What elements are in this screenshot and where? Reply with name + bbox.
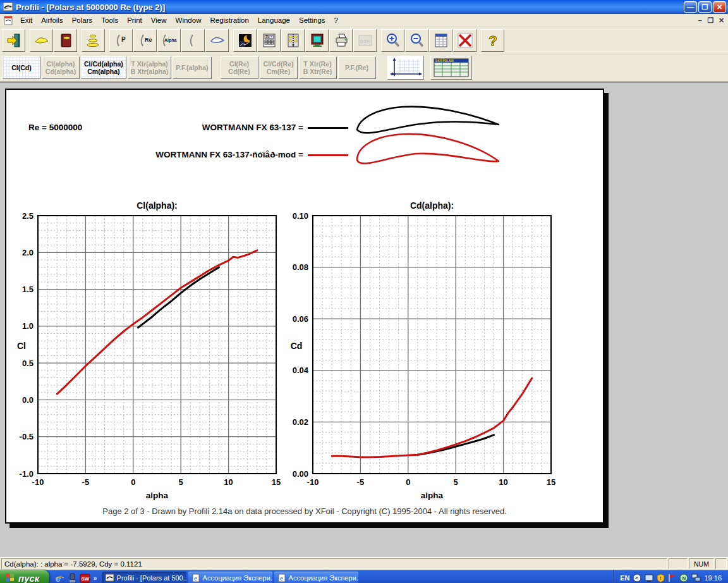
tab-t-xtr-alpha-b-xtr-alpha[interactable]: T Xtr(alpha)B Xtr(alpha): [128, 56, 172, 79]
tab-cl-cd[interactable]: Cl(Cd): [3, 56, 40, 79]
print-button[interactable]: [329, 29, 353, 52]
menu-item-language[interactable]: Language: [253, 15, 294, 25]
minimize-button[interactable]: —: [684, 1, 697, 13]
delete-polar-button[interactable]: [453, 29, 476, 52]
screen-preview-icon: [310, 33, 325, 48]
polar-alpha-button[interactable]: Alpha: [157, 29, 181, 52]
polar-night-button[interactable]: [233, 29, 257, 52]
network-icon[interactable]: [691, 574, 701, 582]
zip-archive-icon: [286, 33, 301, 48]
menu-item-view[interactable]: View: [147, 15, 171, 25]
polar-p-button[interactable]: P: [109, 29, 133, 52]
zip-archive-button[interactable]: [281, 29, 305, 52]
polar-data-table-icon: DATI POLARI: [433, 58, 470, 78]
menu-item-airfoils[interactable]: Airfoils: [37, 15, 68, 25]
svg-text:2.5: 2.5: [22, 211, 33, 221]
menu-item-registration[interactable]: Registration: [205, 15, 253, 25]
polar-curve-button[interactable]: [181, 29, 205, 52]
menu-item-help[interactable]: ?: [330, 15, 343, 25]
tab-label: Cl/Cd(alpha): [84, 60, 123, 68]
polar-table-icon: [434, 33, 449, 48]
task-button-3[interactable]: eАссоциация Экспери...: [274, 572, 358, 583]
restore-button[interactable]: ❐: [698, 1, 712, 13]
polar-night-icon: [238, 33, 253, 48]
svg-text:0.0: 0.0: [22, 395, 33, 405]
close-button[interactable]: ✕: [713, 1, 726, 13]
help-icon: ?: [485, 32, 501, 49]
tab-cl-alpha-cd-alpha[interactable]: Cl(alpha)Cd(alpha): [42, 56, 80, 79]
series-wortmann-fx-63-137: [138, 267, 219, 328]
tab-cl-cd-alpha-cm-alpha[interactable]: Cl/Cd(alpha)Cm(alpha): [81, 56, 126, 79]
tab-label: P.F.(alpha): [176, 64, 208, 71]
app-icon[interactable]: [68, 573, 77, 583]
task-button-1[interactable]: Profili - [Polars at 500...: [102, 572, 186, 583]
airfoil-compare-button[interactable]: [205, 29, 229, 52]
svg-text:-5: -5: [357, 477, 365, 487]
language-indicator[interactable]: EN: [620, 574, 629, 582]
airfoil-archive-button[interactable]: [54, 29, 77, 52]
mdi-restore-button[interactable]: ❐: [705, 16, 716, 25]
tab-label: Cl/Cd(Re): [264, 60, 294, 68]
tab-label: Cl(Re): [229, 60, 249, 68]
status-text: Cd(alpha): : alpha = -7.5929, Cdy = 0.11…: [1, 558, 667, 569]
menu-item-polars[interactable]: Polars: [68, 15, 97, 25]
svg-text:1.5: 1.5: [22, 285, 33, 294]
clock[interactable]: 19:16: [704, 574, 722, 582]
svg-text:-10: -10: [32, 477, 44, 487]
tab-t-xtr-re-b-xtr-re[interactable]: T Xtr(Re)B Xtr(Re): [299, 56, 337, 79]
flag-icon[interactable]: [668, 574, 676, 582]
mdi-child-icon[interactable]: [4, 16, 13, 25]
screen-preview-button[interactable]: [305, 29, 329, 52]
re-calculator-button[interactable]: Re =: [257, 29, 281, 52]
polar-re-button[interactable]: Re: [133, 29, 157, 52]
menu-item-print[interactable]: Print: [123, 15, 147, 25]
tab-label: Cd(Re): [228, 68, 250, 75]
airfoil-stack-button[interactable]: [82, 29, 105, 52]
ie-doc-icon: e: [191, 574, 200, 582]
axes-settings-button[interactable]: [387, 56, 424, 80]
svg-text:SW: SW: [82, 576, 90, 582]
airfoil-outline-red: [355, 132, 501, 167]
display-icon[interactable]: [645, 574, 653, 582]
polar-data-button[interactable]: DATI POLARI: [430, 56, 472, 80]
menu-item-exit[interactable]: Exit: [16, 15, 37, 25]
re-calculator-icon: Re =: [262, 33, 277, 48]
svg-text:5: 5: [454, 477, 458, 487]
svg-text:DXF: DXF: [360, 39, 370, 44]
tab-cl-cd-re-cm-re[interactable]: Cl/Cd(Re)Cm(Re): [260, 56, 298, 79]
dxf-export-button[interactable]: DXF: [353, 29, 377, 52]
language-icon[interactable]: <: [633, 574, 641, 582]
task-button-2[interactable]: eАссоциация Экспери...: [188, 572, 272, 583]
help-button[interactable]: ?: [481, 29, 504, 52]
chevron-icon[interactable]: »: [93, 574, 97, 582]
mdi-close-button[interactable]: ✕: [716, 16, 727, 25]
tab-cl-re-cd-re[interactable]: Cl(Re)Cd(Re): [221, 56, 258, 79]
airfoil-manage-button[interactable]: [30, 29, 53, 52]
svg-text:alpha: alpha: [146, 491, 169, 500]
chart-plot-cl: -10-50510152.52.01.51.00.50.0-0.5-1.0Cl(…: [6, 199, 291, 502]
menu-item-settings[interactable]: Settings: [294, 15, 330, 25]
zoom-out-button[interactable]: [405, 29, 428, 52]
start-button[interactable]: пуск: [0, 570, 49, 583]
security-shield-icon[interactable]: !: [657, 574, 665, 582]
airfoil-compare-icon: [210, 33, 225, 48]
menu-items: ExitAirfoilsPolarsToolsPrintViewWindowRe…: [16, 15, 343, 25]
plot-type-toolbar: Cl(Cd)Cl(alpha)Cd(alpha)Cl/Cd(alpha)Cm(a…: [0, 54, 728, 82]
svg-text:Cl: Cl: [17, 341, 26, 351]
menu-item-tools[interactable]: Tools: [97, 15, 123, 25]
tab-p-f-alpha[interactable]: P.F.(alpha): [173, 56, 211, 79]
ie-icon[interactable]: e: [54, 573, 65, 583]
polar-table-button[interactable]: [429, 29, 452, 52]
zoom-in-button[interactable]: [381, 29, 404, 52]
tab-label: P.F.(Re): [345, 64, 368, 71]
antivirus-icon[interactable]: N: [679, 574, 688, 582]
exit-button[interactable]: [2, 29, 25, 52]
mdi-minimize-button[interactable]: –: [695, 16, 705, 25]
solidworks-icon[interactable]: SW: [80, 573, 90, 583]
tab-p-f-re[interactable]: P.F.(Re): [338, 56, 376, 79]
svg-text:e: e: [194, 575, 197, 582]
alpha-tab-group: Cl(Cd)Cl(alpha)Cd(alpha)Cl/Cd(alpha)Cm(a…: [3, 56, 213, 79]
menu-item-window[interactable]: Window: [171, 15, 206, 25]
num-lock-indicator: NUM: [689, 558, 714, 569]
svg-text:0.10: 0.10: [293, 211, 308, 221]
